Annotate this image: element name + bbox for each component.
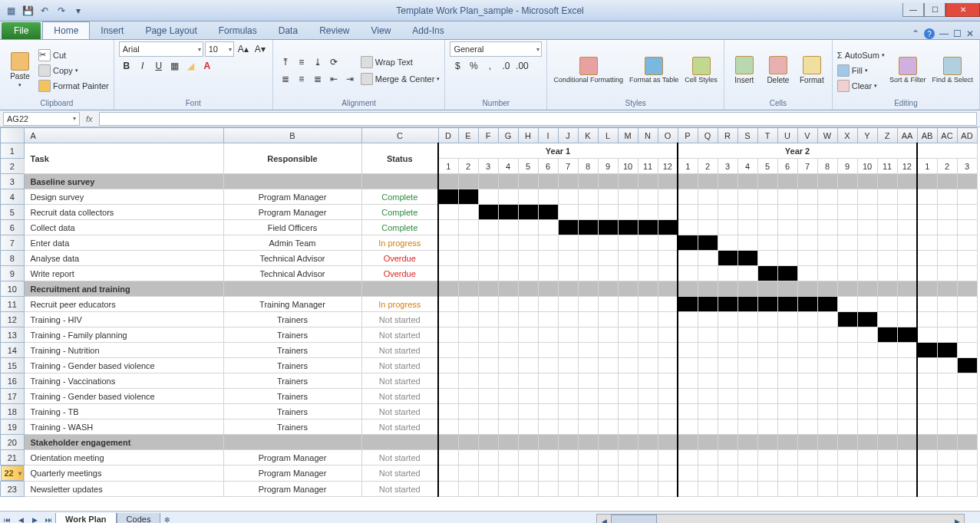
gantt-cell[interactable] <box>817 343 837 358</box>
gantt-cell[interactable] <box>797 189 817 205</box>
gantt-cell[interactable] <box>777 404 797 419</box>
cell[interactable]: Not started <box>361 389 438 404</box>
gantt-cell[interactable] <box>817 205 837 220</box>
gantt-cell[interactable] <box>957 327 977 343</box>
gantt-cell[interactable] <box>937 482 957 497</box>
gantt-cell[interactable] <box>837 220 857 235</box>
gantt-cell[interactable] <box>458 266 478 281</box>
gantt-cell[interactable] <box>638 220 658 235</box>
cell[interactable]: Technical Advisor <box>223 266 361 281</box>
minimize-ribbon-icon[interactable]: ⌃ <box>912 28 919 39</box>
cell[interactable]: 5 <box>757 159 777 174</box>
row-header[interactable]: 8 <box>1 251 25 266</box>
gantt-cell[interactable] <box>658 297 678 312</box>
gantt-cell[interactable] <box>937 419 957 435</box>
gantt-cell[interactable] <box>857 251 877 266</box>
cell[interactable]: 9 <box>598 159 618 174</box>
gantt-cell[interactable] <box>598 251 618 266</box>
col-header[interactable]: Z <box>877 128 897 143</box>
paste-button[interactable]: Paste▾ <box>5 51 35 90</box>
gantt-cell[interactable] <box>837 297 857 312</box>
gantt-cell[interactable] <box>817 266 837 281</box>
gantt-cell[interactable] <box>797 297 817 312</box>
cell[interactable]: Trainers <box>223 389 361 404</box>
cell[interactable]: Trainers <box>223 312 361 327</box>
gantt-cell[interactable] <box>678 482 698 497</box>
gantt-cell[interactable] <box>777 358 797 373</box>
gantt-cell[interactable] <box>817 419 837 435</box>
gantt-cell[interactable] <box>957 404 977 419</box>
gantt-cell[interactable] <box>957 220 977 235</box>
gantt-cell[interactable] <box>578 389 598 404</box>
col-header[interactable]: V <box>797 128 817 143</box>
col-header[interactable]: H <box>518 128 538 143</box>
gantt-cell[interactable] <box>578 482 598 497</box>
gantt-cell[interactable] <box>598 189 618 205</box>
gantt-cell[interactable] <box>917 266 937 281</box>
gantt-cell[interactable] <box>518 358 538 373</box>
gantt-cell[interactable] <box>797 358 817 373</box>
workbook-close-icon[interactable]: ✕ <box>966 28 974 39</box>
cell[interactable]: Recruit peer educators <box>24 297 223 312</box>
cell[interactable] <box>361 174 438 189</box>
gantt-cell[interactable] <box>698 266 718 281</box>
spreadsheet-grid[interactable]: ABCDEFGHIJKLMNOPQRSTUVWXYZAAABACAD1TaskR… <box>0 127 980 511</box>
excel-icon[interactable]: ▦ <box>3 3 18 18</box>
cell[interactable]: Task <box>24 143 223 174</box>
cell[interactable]: Year 1 <box>438 143 678 159</box>
gantt-cell[interactable] <box>458 220 478 235</box>
gantt-cell[interactable] <box>857 358 877 373</box>
col-header[interactable]: B <box>223 128 361 143</box>
font-name-select[interactable]: Arial <box>119 41 203 57</box>
cell[interactable] <box>361 435 438 450</box>
gantt-cell[interactable] <box>438 251 458 266</box>
cell[interactable]: Collect data <box>24 220 223 235</box>
delete-cells-button[interactable]: Delete <box>763 54 794 86</box>
gantt-cell[interactable] <box>937 189 957 205</box>
gantt-cell[interactable] <box>658 419 678 435</box>
gantt-cell[interactable] <box>957 419 977 435</box>
gantt-cell[interactable] <box>478 373 498 389</box>
row-header[interactable]: 22 <box>1 465 24 481</box>
gantt-cell[interactable] <box>718 251 737 266</box>
gantt-cell[interactable] <box>698 482 718 497</box>
col-header[interactable]: F <box>478 128 498 143</box>
gantt-cell[interactable] <box>598 465 618 482</box>
cell[interactable] <box>877 281 897 297</box>
gantt-cell[interactable] <box>558 419 578 435</box>
gantt-cell[interactable] <box>837 404 857 419</box>
gantt-cell[interactable] <box>558 189 578 205</box>
gantt-cell[interactable] <box>558 327 578 343</box>
sheet-nav-prev-icon[interactable]: ◀ <box>14 513 28 524</box>
gantt-cell[interactable] <box>957 312 977 327</box>
gantt-cell[interactable] <box>877 220 897 235</box>
col-header[interactable]: E <box>458 128 478 143</box>
gantt-cell[interactable] <box>538 419 558 435</box>
gantt-cell[interactable] <box>857 373 877 389</box>
gantt-cell[interactable] <box>598 266 618 281</box>
gantt-cell[interactable] <box>757 389 777 404</box>
gantt-cell[interactable] <box>877 235 897 251</box>
row-header[interactable]: 9 <box>1 266 25 281</box>
cell[interactable]: Training - Gender based violence <box>24 358 223 373</box>
gantt-cell[interactable] <box>478 189 498 205</box>
gantt-cell[interactable] <box>518 235 538 251</box>
gantt-cell[interactable] <box>718 389 737 404</box>
gantt-cell[interactable] <box>917 343 937 358</box>
cell[interactable]: Program Manager <box>223 450 361 465</box>
align-center-icon[interactable]: ≡ <box>294 71 309 87</box>
cell[interactable]: Trainers <box>223 343 361 358</box>
merge-center-button[interactable]: Merge & Center ▾ <box>361 71 441 87</box>
cell[interactable]: 4 <box>737 159 757 174</box>
save-icon[interactable]: 💾 <box>20 3 35 18</box>
cut-button[interactable]: ✂Cut <box>38 48 109 63</box>
gantt-cell[interactable] <box>638 404 658 419</box>
gantt-cell[interactable] <box>957 450 977 465</box>
gantt-cell[interactable] <box>438 358 458 373</box>
gantt-cell[interactable] <box>737 389 757 404</box>
row-header[interactable]: 12 <box>1 312 25 327</box>
gantt-cell[interactable] <box>718 327 737 343</box>
col-header[interactable]: R <box>718 128 737 143</box>
shrink-font-icon[interactable]: A▾ <box>252 41 268 57</box>
gantt-cell[interactable] <box>478 358 498 373</box>
